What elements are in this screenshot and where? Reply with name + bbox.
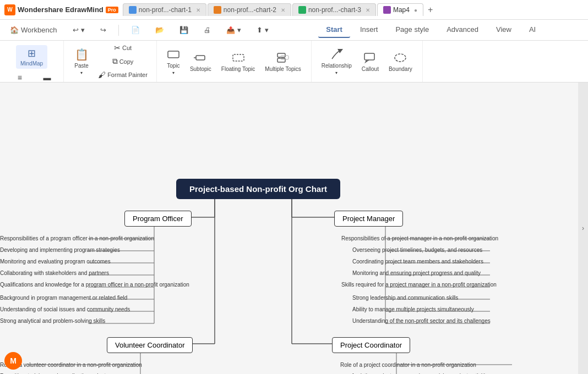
nav-tab-view[interactable]: View [488,22,519,38]
tab-label-map4: Map4 [393,6,410,14]
nav-tab-insert[interactable]: Insert [352,22,386,38]
tab-close-chart2[interactable]: ✕ [281,7,285,13]
mindmap-mode-icon: ⊞ [28,47,36,59]
export-icon: 📤 [226,26,235,34]
title-bar: W Wondershare EdrawMind Pro non-prof...-… [0,0,588,20]
ppt-mode-icon: ▬ [43,73,51,82]
nav-tab-start[interactable]: Start [318,22,350,38]
tab-map4[interactable]: Map4 ● [377,3,423,16]
topic-tools-section: Topic ▾ Subtopic Floating Topic Multiple… [157,41,312,82]
svg-rect-0 [168,51,179,58]
program-officer-label: Program Officer [133,215,183,223]
format-painter-button[interactable]: 🖌 Format Painter [95,69,151,81]
nav-tab-page-style[interactable]: Page style [388,22,437,38]
volunteer-coordinator-node[interactable]: Volunteer Coordinator [107,337,193,353]
sidebar-collapse-button[interactable]: › [578,82,588,374]
workbench-button[interactable]: 🏠 Workbench [7,24,61,36]
pro-badge: Pro [106,7,118,13]
multiple-topics-icon [276,51,290,64]
subtopic-icon [194,51,207,64]
undo-button[interactable]: ↩ ▾ [69,24,88,36]
new-tab-button[interactable]: + [424,4,436,16]
floating-topic-label: Floating Topic [221,66,255,72]
app-icon: W [4,4,15,15]
topic-button[interactable]: Topic ▾ [162,45,184,79]
project-coordinator-label: Project Coordinator [340,341,402,349]
paste-icon: 📋 [75,48,89,61]
root-node[interactable]: Project-based Non-profit Org Chart [176,179,340,199]
connection-lines [0,82,578,374]
paste-label: Paste [74,63,89,69]
cut-label: Cut [122,45,132,51]
nav-tab-ai[interactable]: AI [521,22,543,38]
share-dropdown-icon: ▾ [265,26,269,34]
tab-close-chart1[interactable]: ✕ [196,7,200,13]
floating-topic-button[interactable]: Floating Topic [217,48,260,75]
export-button[interactable]: 📤 ▾ [223,24,244,36]
undo-dropdown-icon: ▾ [81,26,85,34]
floating-topic-icon [232,51,245,64]
topic-dropdown-icon: ▾ [172,70,175,75]
tab-chart3[interactable]: non-prof...-chart-3 ✕ [292,3,376,16]
callout-button[interactable]: Callout [357,48,383,75]
callout-icon [363,51,377,64]
export-dropdown-icon: ▾ [237,26,241,34]
nav-tabs: Start Insert Page style Advanced View AI [318,22,543,38]
paste-button[interactable]: 📋 Paste ▾ [69,45,94,79]
tab-chart1[interactable]: non-prof...-chart-1 ✕ [123,3,206,16]
nav-tab-advanced[interactable]: Advanced [439,22,486,38]
relationship-button[interactable]: Relationship ▾ [317,45,356,79]
cut-button[interactable]: ✂ Cut [95,42,151,54]
callout-label: Callout [362,66,379,72]
tab-label-chart2: non-prof...-chart-2 [224,6,276,14]
mindmap-mode-label: MindMap [20,61,43,67]
open-file-button[interactable]: 📂 [152,24,167,36]
canvas[interactable]: Project-based Non-profit Org Chart Progr… [0,82,578,374]
redo-button[interactable]: ↪ [97,24,110,36]
share-button[interactable]: ⬆ ▾ [253,24,272,36]
tab-icon-chart2 [214,6,221,14]
boundary-icon [394,51,407,64]
subtopic-button[interactable]: Subtopic [186,48,216,75]
print-button[interactable]: 🖨 [200,24,214,36]
new-file-icon: 📄 [131,26,140,34]
project-coordinator-node[interactable]: Project Coordinator [332,337,410,353]
tab-label-chart3: non-prof...-chart-3 [308,6,361,14]
topic-icon [167,48,180,61]
edit-tools-section: 📋 Paste ▾ ✂ Cut ⧉ Copy 🖌 Format Painter [64,41,157,82]
topic-label: Topic [167,63,179,69]
save-button[interactable]: 💾 [176,24,192,36]
multiple-topics-label: Multiple Topics [265,66,301,72]
mindmap-mode-button[interactable]: ⊞ MindMap [16,45,47,69]
cut-icon: ✂ [114,43,121,52]
svg-rect-1 [196,56,205,60]
tab-chart2[interactable]: non-prof...-chart-2 ✕ [208,3,291,16]
copy-label: Copy [119,58,134,65]
format-painter-label: Format Painter [107,72,148,78]
format-painter-icon: 🖌 [98,70,106,79]
relationship-dropdown-icon: ▾ [335,70,337,75]
copy-button[interactable]: ⧉ Copy [95,55,151,68]
tab-icon-chart1 [129,6,137,14]
program-officer-node[interactable]: Program Officer [124,211,192,227]
app-name: Wondershare EdrawMind [18,6,104,14]
save-icon: 💾 [179,26,188,34]
new-file-button[interactable]: 📄 [128,24,143,36]
nav-bar: 🏠 Workbench ↩ ▾ ↪ 📄 📂 💾 🖨 📤 ▾ ⬆ ▾ Start … [0,20,588,41]
boundary-button[interactable]: Boundary [384,48,417,75]
print-icon: 🖨 [204,26,211,34]
multiple-topics-button[interactable]: Multiple Topics [260,48,305,75]
tool-bar: ⊞ MindMap ≡ Outline ▬ PPT 📋 Paste ▾ ✂ Cu… [0,41,588,82]
sidebar-expand-icon: › [582,224,584,232]
project-manager-node[interactable]: Project Manager [334,211,403,227]
tab-close-chart3[interactable]: ✕ [366,7,370,13]
project-manager-label: Project Manager [342,215,395,223]
tab-close-map4[interactable]: ● [414,7,417,13]
boundary-label: Boundary [389,66,412,72]
svg-rect-3 [233,54,244,61]
svg-rect-7 [364,53,374,60]
relationship-label: Relationship [322,63,352,69]
tab-icon-chart3 [298,6,306,14]
tab-bar: non-prof...-chart-1 ✕ non-prof...-chart-… [123,3,584,16]
outline-mode-icon: ≡ [18,73,22,82]
